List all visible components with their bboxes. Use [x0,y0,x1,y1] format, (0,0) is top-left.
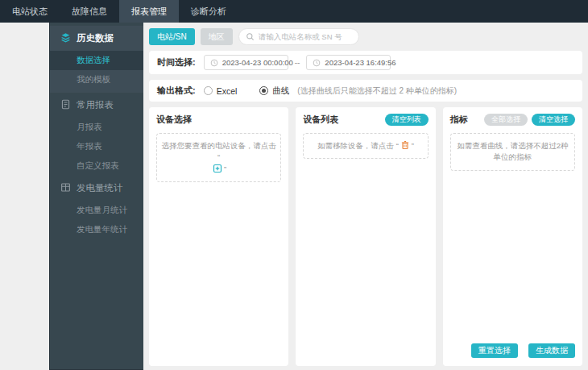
station-sn-tab-button[interactable]: 电站/SN [149,28,195,45]
search-row: 电站/SN 地区 [149,28,582,45]
device-select-panel: 设备选择 选择您要查看的电站设备，请点击 “ ” [149,107,288,366]
device-list-panel: 设备列表 清空列表 如需移除设备，请点击 “ ” [296,107,435,366]
curve-option-note: (选择曲线后只能选择不超过 2 种单位的指标) [297,85,457,97]
device-list-header: 设备列表 清空列表 [303,114,428,126]
end-datetime-input[interactable]: 2023-04-23 16:49:56 [306,55,391,70]
radio-option-curve[interactable]: 曲线 (选择曲线后只能选择不超过 2 种单位的指标) [259,85,457,97]
selection-panels: 设备选择 选择您要查看的电站设备，请点击 “ ” [149,107,582,366]
sidebar: 历史数据 数据选择 我的模板 常用报表 月报表 年报表 自定义报表 [49,23,143,370]
device-select-title: 设备选择 [156,114,192,126]
nav-item-diagnosis[interactable]: 诊断分析 [179,0,238,23]
generate-data-button[interactable]: 生成数据 [528,343,575,358]
radio-curve[interactable] [259,86,268,95]
sidebar-group-label: 常用报表 [77,99,114,111]
sidebar-group-common-reports: 常用报表 月报表 年报表 自定义报表 [50,93,143,176]
sidebar-group-history-data: 历史数据 数据选择 我的模板 [50,26,143,93]
sidebar-group-header-generation-stats[interactable]: 发电量统计 [50,176,143,201]
radio-curve-label: 曲线 [272,85,289,97]
select-all-metrics-button[interactable]: 全部选择 [484,114,528,126]
end-datetime-value: 2023-04-23 16:49:56 [325,58,395,67]
time-selection-label: 时间选择: [157,56,196,69]
top-navbar: 电站状态 故障信息 报表管理 诊断分析 [0,0,588,23]
start-datetime-value: 2023-04-23 00:00:00 [222,58,293,67]
search-icon [246,30,255,44]
placeholder-text: 如需移除设备，请点击 “ [317,140,399,152]
sidebar-group-header-common-reports[interactable]: 常用报表 [50,93,143,118]
sidebar-item-my-templates[interactable]: 我的模板 [50,70,143,89]
date-range-separator: -- [295,58,300,67]
metrics-header: 指标 全部选择 清空选择 [450,114,575,126]
search-box[interactable] [238,28,359,45]
search-input[interactable] [259,32,352,41]
sidebar-group-label: 历史数据 [77,32,114,44]
sidebar-group-generation-stats: 发电量统计 发电量月统计 发电量年统计 [50,176,143,239]
start-datetime-input[interactable]: 2023-04-23 00:00:00 [204,55,288,70]
sidebar-group-header-history-data[interactable]: 历史数据 [50,26,143,51]
document-icon [60,99,71,111]
add-device-icon[interactable] [211,164,224,175]
trash-icon[interactable] [399,140,412,152]
region-tab-button[interactable]: 地区 [201,28,233,45]
sidebar-item-data-selection[interactable]: 数据选择 [50,51,143,70]
metrics-placeholder: 如需查看曲线，请选择不超过2种单位的指标 [450,133,575,171]
sidebar-group-label: 发电量统计 [77,182,123,194]
left-gutter [0,23,49,370]
table-icon [60,182,71,194]
device-list-placeholder: 如需移除设备，请点击 “ ” [303,133,428,159]
clock-icon [313,59,321,67]
reset-selection-button[interactable]: 重置选择 [471,343,518,358]
radio-option-excel[interactable]: Excel [204,86,238,96]
sidebar-item-yearly-report[interactable]: 年报表 [50,137,143,156]
sidebar-item-custom-report[interactable]: 自定义报表 [50,156,143,176]
metrics-title: 指标 [450,114,468,126]
sidebar-item-generation-monthly[interactable]: 发电量月统计 [50,201,143,220]
device-select-placeholder: 选择您要查看的电站设备，请点击 “ ” [156,133,281,182]
placeholder-text: ” [224,164,226,175]
metrics-panel: 指标 全部选择 清空选择 如需查看曲线，请选择不超过2种单位的指标 重置选择 生… [443,107,582,366]
clear-list-button[interactable]: 清空列表 [385,114,429,126]
sidebar-item-monthly-report[interactable]: 月报表 [50,118,143,137]
nav-item-report-management[interactable]: 报表管理 [119,0,179,23]
time-selection-card: 时间选择: 2023-04-23 00:00:00 -- [149,51,582,74]
placeholder-text: 如需查看曲线，请选择不超过2种单位的指标 [455,140,570,164]
device-select-header: 设备选择 [156,114,281,126]
device-list-title: 设备列表 [303,114,338,126]
sidebar-item-generation-yearly[interactable]: 发电量年统计 [50,220,143,239]
nav-item-fault-info[interactable]: 故障信息 [60,0,119,23]
nav-item-station-status[interactable]: 电站状态 [0,0,60,23]
content-area: 电站/SN 地区 时间选择: [143,23,588,370]
metrics-panel-footer: 重置选择 生成数据 [450,343,575,360]
output-format-label: 输出格式: [157,85,196,97]
clear-metrics-button[interactable]: 清空选择 [532,114,575,126]
radio-excel-label: Excel [217,86,238,96]
placeholder-text: ” [412,140,414,152]
output-format-card: 输出格式: Excel 曲线 (选择曲线后只能选择不超过 2 种单位的指标) [149,80,582,102]
layers-icon [60,32,71,44]
clock-icon [210,59,218,67]
radio-excel[interactable] [204,86,213,95]
main-layout: 历史数据 数据选择 我的模板 常用报表 月报表 年报表 自定义报表 [0,23,588,370]
placeholder-text: 选择您要查看的电站设备，请点击 “ [161,140,276,164]
